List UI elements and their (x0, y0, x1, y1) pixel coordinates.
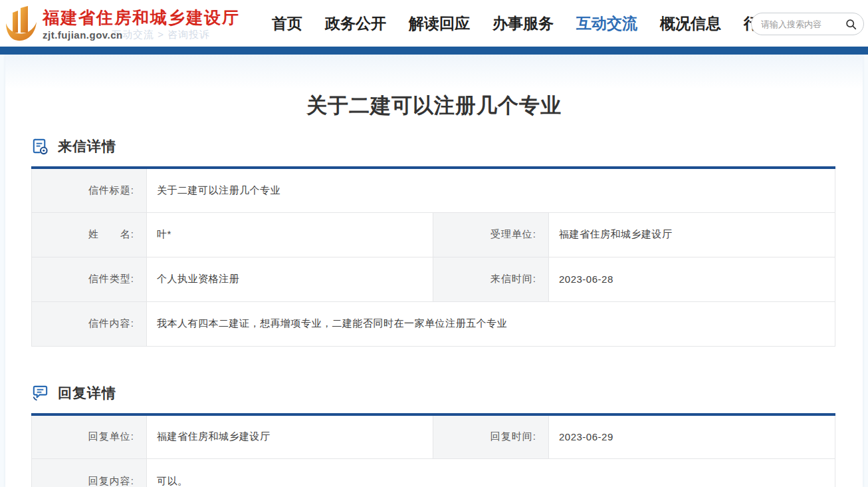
reply-content-value: 可以。 (147, 459, 835, 487)
reply-agency-value: 福建省住房和城乡建设厅 (147, 414, 433, 459)
page: 互动交流 > 咨询投诉 福建省住房和城乡建设厅 zjt.fujian.gov.c… (0, 0, 868, 487)
nav-item-overview[interactable]: 概况信息 (660, 13, 721, 34)
logo-text: 福建省住房和城乡建设厅 zjt.fujian.gov.cn (43, 7, 240, 41)
letter-date-label: 来信时间: (433, 257, 549, 301)
table-row: 信件类型: 个人执业资格注册 来信时间: 2023-06-28 (32, 257, 835, 301)
nav-item-services[interactable]: 办事服务 (492, 13, 554, 34)
search-box[interactable] (751, 13, 864, 35)
reply-date-value: 2023-06-29 (549, 414, 835, 459)
nav-item-interaction[interactable]: 互动交流 (576, 13, 637, 34)
content-card: 关于二建可以注册几个专业 来信详情 信件标题: 关于二建可以注册几个专业 姓 名… (5, 55, 863, 487)
table-row: 信件内容: 我本人有四本二建证，想再增项专业，二建能否同时在一家单位注册五个专业 (32, 301, 835, 346)
letter-date-value: 2023-06-28 (549, 257, 835, 301)
site-logo[interactable]: 福建省住房和城乡建设厅 zjt.fujian.gov.cn (0, 5, 240, 42)
search-input[interactable] (761, 19, 845, 29)
letter-content-label: 信件内容: (32, 301, 147, 346)
letter-title-label: 信件标题: (32, 168, 147, 212)
letter-detail-icon (31, 138, 49, 156)
page-title: 关于二建可以注册几个专业 (31, 92, 837, 120)
letter-section-header: 来信详情 (31, 137, 837, 156)
reply-detail-icon (31, 384, 49, 402)
reply-detail-table: 回复单位: 福建省住房和城乡建设厅 回复时间: 2023-06-29 回复内容:… (31, 413, 835, 487)
reply-section-title: 回复详情 (58, 384, 116, 403)
site-header: 互动交流 > 咨询投诉 福建省住房和城乡建设厅 zjt.fujian.gov.c… (0, 0, 868, 47)
letter-agency-label: 受理单位: (433, 212, 549, 257)
table-row: 姓 名: 叶* 受理单位: 福建省住房和城乡建设厅 (32, 212, 835, 257)
header-divider-bar (0, 47, 868, 55)
letter-type-value: 个人执业资格注册 (147, 257, 433, 301)
table-row: 回复单位: 福建省住房和城乡建设厅 回复时间: 2023-06-29 (32, 414, 835, 459)
site-url: zjt.fujian.gov.cn (43, 29, 240, 41)
reply-date-label: 回复时间: (433, 414, 549, 459)
table-row: 回复内容: 可以。 (32, 459, 835, 487)
nav-item-home[interactable]: 首页 (272, 13, 302, 34)
letter-name-value: 叶* (147, 212, 433, 257)
letter-type-label: 信件类型: (32, 257, 147, 301)
letter-content-value: 我本人有四本二建证，想再增项专业，二建能否同时在一家单位注册五个专业 (147, 301, 835, 346)
letter-detail-table: 信件标题: 关于二建可以注册几个专业 姓 名: 叶* 受理单位: 福建省住房和城… (31, 166, 835, 347)
letter-agency-value: 福建省住房和城乡建设厅 (549, 212, 835, 257)
reply-agency-label: 回复单位: (32, 414, 147, 459)
nav-item-gov-affairs[interactable]: 政务公开 (325, 13, 386, 34)
reply-section-header: 回复详情 (31, 384, 837, 403)
letter-name-label: 姓 名: (32, 212, 147, 257)
letter-title-value: 关于二建可以注册几个专业 (147, 168, 835, 212)
reply-content-label: 回复内容: (32, 459, 147, 487)
letter-section-title: 来信详情 (58, 137, 116, 156)
section-spacer (31, 347, 837, 384)
logo-icon (4, 5, 39, 42)
nav-item-interpretation[interactable]: 解读回应 (409, 13, 470, 34)
main-nav: 首页 政务公开 解读回应 办事服务 互动交流 概况信息 行业管理 (272, 13, 805, 34)
search-icon[interactable] (845, 19, 857, 30)
site-name: 福建省住房和城乡建设厅 (43, 7, 240, 29)
table-row: 信件标题: 关于二建可以注册几个专业 (32, 168, 835, 212)
